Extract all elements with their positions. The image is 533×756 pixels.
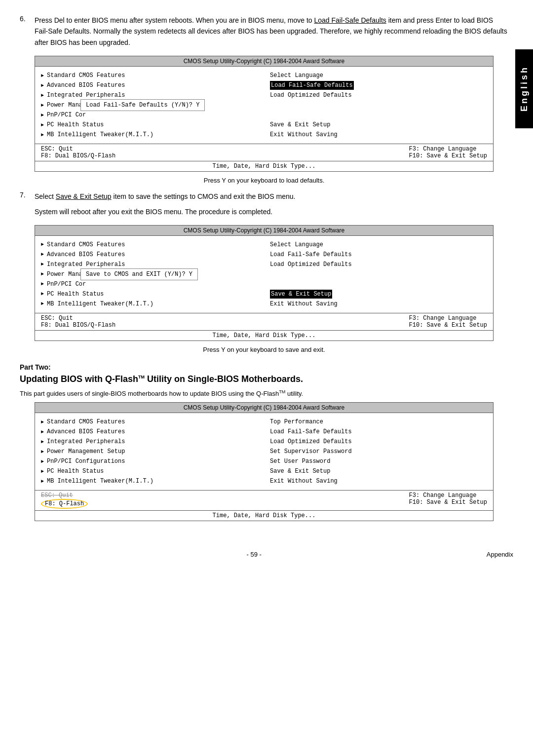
bios2-item-6: PC Health Status [47, 290, 104, 299]
bios3-right-3: Load Optimized Defaults [270, 437, 487, 447]
side-tab-label: English [519, 66, 530, 112]
bios2-arrow-1: ► [41, 241, 44, 248]
bios1-row-2: ► Advanced BIOS Features [41, 80, 258, 90]
bios1-popup: Load Fail-Safe Defaults (Y/N)? Y [80, 99, 205, 111]
bios1-item-1: Standard CMOS Features [47, 71, 125, 80]
bios1-row-6: ► PC Health Status [41, 120, 258, 130]
bios2-row-2: ► Advanced BIOS Features [41, 250, 258, 260]
bios1-left: ► Standard CMOS Features ► Advanced BIOS… [35, 71, 264, 140]
step6-underline: Load Fail-Safe Defaults [314, 16, 386, 24]
bios2-footer-left: ESC: Quit F8: Dual BIOS/Q-Flash [41, 315, 115, 329]
bios3-row-7: ► MB Intelligent Tweaker(M.I.T.) [41, 476, 258, 486]
step7-underline: Save & Exit Setup [56, 192, 112, 200]
bios-screenshot-3: CMOS Setup Utility-Copyright (C) 1984-20… [35, 402, 494, 521]
bios3-item-1: Standard CMOS Features [47, 417, 125, 426]
bios1-item-4: Power Mana [47, 101, 82, 110]
bios3-arrow-3: ► [41, 438, 44, 446]
bios3-item-7: MB Intelligent Tweaker(M.I.T.) [47, 477, 153, 486]
bios3-bottom: Time, Date, Hard Disk Type... [35, 510, 493, 521]
bios3-right-6: Save & Exit Setup [270, 466, 487, 476]
bios3-row-4: ► Power Management Setup [41, 447, 258, 456]
bios2-item-7: MB Intelligent Tweaker(M.I.T.) [47, 300, 153, 308]
bios3-row-5: ► PnP/PCI Configurations [41, 456, 258, 466]
bios1-row-1: ► Standard CMOS Features [41, 71, 258, 80]
step7-block: 7. Select Save & Exit Setup item to save… [20, 191, 508, 217]
caption1: Press Y on your keyboard to load default… [20, 177, 508, 184]
bios-screenshot-2: CMOS Setup Utility-Copyright (C) 1984-20… [35, 225, 494, 341]
part-title-text2: Utility on Single-BIOS Motherboards. [145, 374, 303, 384]
bios2-row-5: ► PnP/PCI Cor [41, 279, 258, 289]
bios3-right-2: Load Fail-Safe Defaults [270, 427, 487, 437]
bios2-arrow-5: ► [41, 280, 44, 288]
bios2-row-1: ► Standard CMOS Features [41, 240, 258, 250]
bios2-item-3: Integrated Peripherals [47, 260, 125, 269]
bios2-item-2: Advanced BIOS Features [47, 250, 125, 259]
bios1-content: ► Standard CMOS Features ► Advanced BIOS… [35, 67, 493, 144]
bios1-arrow-7: ► [41, 131, 44, 139]
bios2-highlight-6: Save & Exit Setup [270, 290, 332, 299]
step7-text2: System will reboot after you exit the BI… [35, 206, 508, 217]
bios3-arrow-4: ► [41, 448, 44, 455]
bios1-right-2: Load Fail-Safe Defaults [270, 80, 487, 90]
step6-number: 6. [20, 15, 35, 23]
bios2-row-4: ► Power Mana Save to CMOS and EXIT (Y/N)… [41, 269, 258, 279]
bios2-content: ► Standard CMOS Features ► Advanced BIOS… [35, 236, 493, 313]
bios3-arrow-7: ► [41, 478, 44, 485]
bios3-item-2: Advanced BIOS Features [47, 427, 125, 436]
step7-number: 7. [20, 191, 35, 199]
bios2-arrow-7: ► [41, 300, 44, 307]
bios1-item-6: PC Health Status [47, 120, 104, 129]
bios1-row-4: ► Power Mana Load Fail-Safe Defaults (Y/… [41, 100, 258, 110]
bios2-item-4: Power Mana [47, 270, 82, 279]
bios2-title: CMOS Setup Utility-Copyright (C) 1984-20… [35, 226, 493, 236]
bios2-arrow-2: ► [41, 251, 44, 258]
page-number: - 59 - [247, 551, 262, 558]
bios3-f3: F3: Change Language [409, 492, 487, 499]
bios1-right-1: Select Language [270, 71, 487, 80]
bios2-right-2: Load Fail-Safe Defaults [270, 250, 487, 260]
bios3-right-7: Exit Without Saving [270, 476, 487, 486]
bios1-row-7: ► MB Intelligent Tweaker(M.I.T.) [41, 130, 258, 140]
bios1-arrow-4: ► [41, 102, 44, 109]
bios1-right-3: Load Optimized Defaults [270, 90, 487, 100]
bios2-arrow-6: ► [41, 290, 44, 298]
caption2: Press Y on your keyboard to save and exi… [20, 346, 508, 353]
bios2-f3: F3: Change Language [409, 315, 487, 322]
bios2-right-5 [270, 279, 487, 289]
bios2-right-6: Save & Exit Setup [270, 289, 487, 299]
part-title-tm: TM [138, 375, 145, 379]
page-footer: - 59 - Appendix [0, 551, 533, 558]
bios1-esc: ESC: Quit [41, 146, 115, 152]
bios1-bottom: Time, Date, Hard Disk Type... [35, 161, 493, 171]
bios2-item-5: PnP/PCI Cor [47, 280, 86, 289]
bios3-arrow-2: ► [41, 428, 44, 436]
bios3-footer-right: F3: Change Language F10: Save & Exit Set… [409, 492, 487, 509]
bios2-popup: Save to CMOS and EXIT (Y/N)? Y [80, 268, 198, 280]
bios-screenshot-1: CMOS Setup Utility-Copyright (C) 1984-20… [35, 56, 494, 172]
bios1-right-7: Exit Without Saving [270, 130, 487, 140]
bios2-right-3: Load Optimized Defaults [270, 260, 487, 269]
bios1-item-2: Advanced BIOS Features [47, 81, 125, 90]
bios1-arrow-1: ► [41, 72, 44, 79]
bios1-arrow-6: ► [41, 121, 44, 129]
bios2-footer: ESC: Quit F8: Dual BIOS/Q-Flash F3: Chan… [35, 313, 493, 330]
bios2-right-7: Exit Without Saving [270, 299, 487, 309]
bios1-arrow-5: ► [41, 112, 44, 119]
bios1-item-7: MB Intelligent Tweaker(M.I.T.) [47, 130, 153, 139]
bios2-right-1: Select Language [270, 240, 487, 250]
bios1-item-3: Integrated Peripherals [47, 91, 125, 100]
bios1-right-5 [270, 110, 487, 120]
bios2-arrow-3: ► [41, 261, 44, 268]
part-two-heading: Part Two: [20, 363, 508, 371]
bios2-footer-right: F3: Change Language F10: Save & Exit Set… [409, 315, 487, 329]
bios1-f10: F10: Save & Exit Setup [409, 152, 487, 159]
bios3-item-4: Power Management Setup [47, 447, 125, 456]
bios3-row-1: ► Standard CMOS Features [41, 417, 258, 427]
bios3-f8-highlight: F8: Q-Flash [41, 499, 88, 509]
bios1-right-4 [270, 100, 487, 110]
bios3-item-3: Integrated Peripherals [47, 437, 125, 446]
bios3-arrow-6: ► [41, 468, 44, 475]
bios1-f8: F8: Dual BIOS/Q-Flash [41, 152, 115, 159]
bios1-row-5: ► PnP/PCI Cor [41, 110, 258, 120]
bios3-right-1: Top Performance [270, 417, 487, 427]
